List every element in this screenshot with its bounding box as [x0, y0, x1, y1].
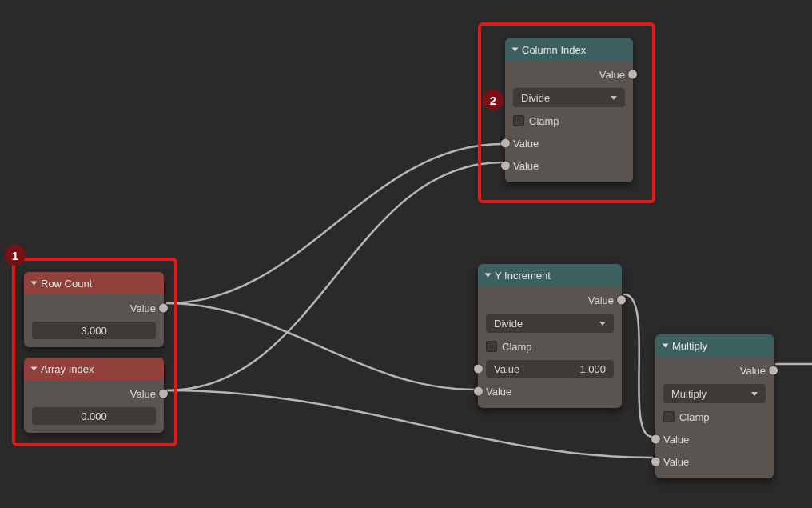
node-header[interactable]: Column Index — [505, 38, 633, 61]
node-header[interactable]: Multiply — [655, 334, 774, 357]
output-socket-label: Value — [740, 365, 766, 377]
clamp-label: Clamp — [502, 341, 532, 353]
node-header[interactable]: Row Count — [24, 272, 164, 294]
output-socket-label: Value — [130, 388, 156, 400]
value-field[interactable]: 0.000 — [32, 407, 156, 425]
input-socket[interactable] — [474, 365, 483, 374]
input-socket[interactable] — [651, 458, 660, 466]
node-title: Y Increment — [495, 270, 551, 282]
node-array-index[interactable]: Array Index Value 0.000 — [24, 358, 164, 433]
clamp-checkbox[interactable] — [513, 115, 524, 126]
value-text: 1.000 — [579, 363, 606, 375]
output-socket[interactable] — [159, 304, 168, 313]
clamp-checkbox[interactable] — [486, 341, 497, 352]
value-field[interactable]: Value 1.000 — [486, 360, 614, 378]
dropdown-label: Multiply — [671, 388, 707, 400]
output-socket-label: Value — [599, 69, 625, 81]
node-row-count[interactable]: Row Count Value 3.000 — [24, 272, 164, 347]
chevron-down-icon — [31, 367, 38, 371]
annotation-badge-2: 2 — [483, 90, 504, 110]
clamp-label: Clamp — [529, 115, 559, 127]
operation-dropdown[interactable]: Divide — [513, 88, 625, 107]
annotation-badge-1: 1 — [5, 245, 26, 266]
input-label: Value — [494, 363, 519, 375]
node-header[interactable]: Y Increment — [478, 264, 622, 286]
node-y-increment[interactable]: Y Increment Value Divide Clamp Value — [478, 264, 622, 408]
node-header[interactable]: Array Index — [24, 358, 164, 380]
input-socket[interactable] — [501, 139, 510, 148]
value-text: 0.000 — [81, 410, 107, 422]
dropdown-label: Divide — [521, 92, 550, 104]
output-socket[interactable] — [617, 296, 626, 305]
value-text: 3.000 — [81, 325, 107, 337]
output-socket[interactable] — [159, 390, 168, 398]
dropdown-label: Divide — [494, 318, 523, 330]
input-socket-label: Value — [663, 434, 689, 446]
input-socket[interactable] — [501, 162, 510, 170]
output-socket-label: Value — [588, 294, 614, 306]
node-title: Array Index — [41, 363, 94, 375]
chevron-down-icon — [611, 96, 617, 100]
output-socket-label: Value — [130, 302, 156, 314]
annotation-number: 1 — [12, 249, 18, 262]
chevron-down-icon — [663, 344, 669, 348]
input-socket-label: Value — [513, 160, 539, 172]
chevron-down-icon — [751, 392, 758, 396]
chevron-down-icon — [485, 274, 492, 278]
chevron-down-icon — [512, 48, 519, 52]
node-title: Row Count — [41, 278, 92, 290]
clamp-checkbox[interactable] — [663, 411, 675, 422]
node-multiply[interactable]: Multiply Value Multiply Clamp Value — [655, 334, 774, 478]
node-column-index[interactable]: Column Index Value Divide Clamp Value — [505, 38, 633, 182]
output-socket[interactable] — [628, 70, 637, 79]
clamp-label: Clamp — [679, 411, 710, 423]
value-field[interactable]: 3.000 — [32, 322, 156, 339]
chevron-down-icon — [599, 322, 606, 326]
annotation-number: 2 — [490, 94, 496, 107]
input-socket-label: Value — [663, 456, 689, 468]
operation-dropdown[interactable]: Divide — [486, 314, 614, 333]
input-socket[interactable] — [474, 387, 483, 396]
chevron-down-icon — [31, 282, 38, 286]
node-title: Column Index — [522, 44, 586, 56]
operation-dropdown[interactable]: Multiply — [663, 384, 766, 403]
input-socket-label: Value — [513, 138, 539, 150]
input-socket-label: Value — [486, 386, 511, 398]
input-socket[interactable] — [651, 435, 660, 444]
node-title: Multiply — [672, 340, 707, 352]
output-socket[interactable] — [769, 366, 778, 375]
